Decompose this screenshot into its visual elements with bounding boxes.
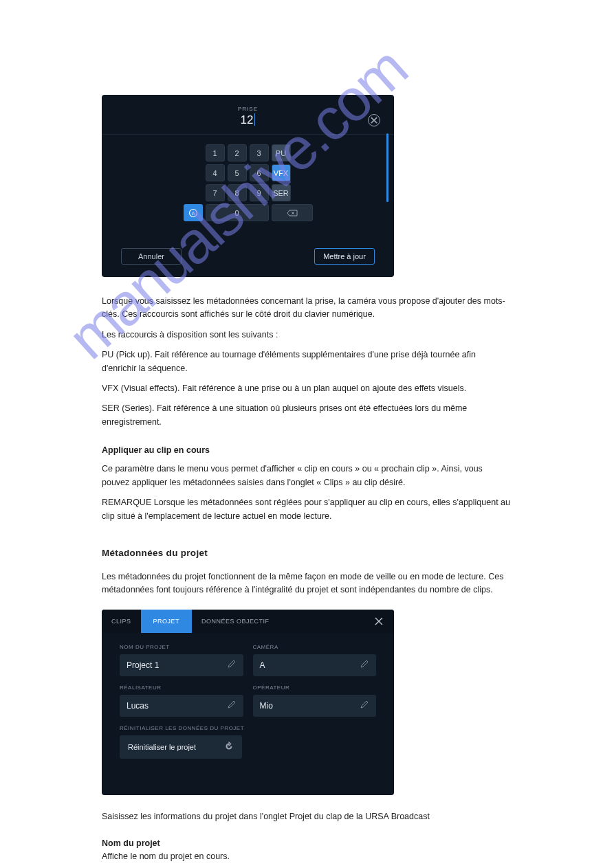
reset-button-text: Réinitialiser le projet (128, 743, 196, 751)
tab-projet[interactable]: PROJET (141, 610, 193, 633)
project-name-field[interactable]: Project 1 (120, 654, 243, 676)
key-0[interactable]: 0 (206, 204, 269, 221)
refresh-icon (224, 742, 234, 753)
caption-line-1: Lorsque vous saisissez les métadonnées c… (102, 295, 512, 322)
key-pu[interactable]: PU (272, 144, 291, 162)
take-value: 12 (102, 112, 394, 127)
key-8[interactable]: 8 (228, 184, 247, 201)
caption-line-2: Les raccourcis à disposition sont les su… (102, 329, 512, 342)
list-item-ser: SER (Series). Fait référence à une situa… (102, 402, 512, 429)
pencil-icon (227, 659, 237, 671)
project-metadata-panel: CLIPS PROJET DONNÉES OBJECTIF NOM DU PRO… (102, 610, 394, 795)
cancel-button[interactable]: Annuler (121, 248, 182, 265)
keypad: 1 2 3 PU 4 5 6 VFX 7 8 9 SER A 0 (102, 144, 394, 221)
list-item-vfx: VFX (Visual effects). Fait référence à u… (102, 382, 512, 395)
key-1[interactable]: 1 (206, 144, 225, 162)
operator-label: OPÉRATEUR (253, 685, 377, 691)
key-backspace[interactable] (272, 204, 313, 221)
key-auto[interactable]: A (184, 204, 203, 221)
pencil-icon (227, 700, 237, 711)
heading-project-metadata: Métadonnées du projet (102, 546, 512, 561)
camera-field[interactable]: A (253, 654, 377, 676)
paragraph-apply-1: Ce paramètre dans le menu vous permet d'… (102, 463, 512, 489)
project-name-label: NOM DU PROJET (120, 644, 243, 650)
subheading-apply: Appliquer au clip en cours (102, 444, 512, 457)
key-vfx[interactable]: VFX (272, 164, 291, 181)
take-title: PRISE (102, 95, 394, 112)
camera-label: CAMÉRA (253, 644, 377, 650)
director-field[interactable]: Lucas (120, 695, 243, 717)
project-name-value: Project 1 (127, 660, 159, 670)
key-ser[interactable]: SER (272, 184, 291, 201)
reset-label: RÉINITIALISER LES DONNÉES DU PROJET (120, 725, 376, 731)
svg-text:A: A (191, 211, 195, 216)
subheading-project-name: Nom du projet (102, 837, 512, 850)
close-icon[interactable] (368, 114, 380, 126)
operator-value: Mio (260, 701, 273, 711)
close-icon[interactable] (373, 616, 384, 627)
footer-text-block: Saisissez les informations du projet dan… (102, 810, 512, 864)
pencil-icon (360, 659, 369, 671)
section-body: Affiche le nom du projet en cours. (102, 850, 512, 863)
camera-value: A (260, 660, 265, 670)
director-value: Lucas (127, 701, 149, 711)
director-label: RÉALISATEUR (120, 685, 243, 691)
key-9[interactable]: 9 (250, 184, 269, 201)
key-3[interactable]: 3 (250, 144, 269, 162)
reset-project-button[interactable]: Réinitialiser le projet (120, 735, 242, 759)
scrollbar[interactable] (386, 133, 388, 202)
operator-field[interactable]: Mio (253, 695, 377, 717)
pencil-icon (360, 700, 369, 711)
divider (102, 134, 394, 135)
key-4[interactable]: 4 (206, 164, 225, 181)
list-item-pu: PU (Pick up). Fait référence au tournage… (102, 348, 512, 375)
update-button[interactable]: Mettre à jour (314, 248, 375, 265)
tab-lens-data[interactable]: DONNÉES OBJECTIF (192, 610, 279, 633)
document-text-block: Lorsque vous saisissez les métadonnées c… (102, 295, 512, 597)
key-2[interactable]: 2 (228, 144, 247, 162)
key-7[interactable]: 7 (206, 184, 225, 201)
take-input-panel: PRISE 12 1 2 3 PU 4 5 6 VFX 7 8 9 (102, 95, 394, 277)
key-5[interactable]: 5 (228, 164, 247, 181)
key-6[interactable]: 6 (250, 164, 269, 181)
panel2-caption: Saisissez les informations du projet dan… (102, 810, 512, 823)
paragraph-apply-2: REMARQUE Lorsque les métadonnées sont ré… (102, 496, 512, 523)
tab-bar: CLIPS PROJET DONNÉES OBJECTIF (102, 610, 394, 633)
tab-clips[interactable]: CLIPS (102, 610, 141, 633)
paragraph-project-1: Les métadonnées du projet fonctionnent d… (102, 570, 512, 597)
